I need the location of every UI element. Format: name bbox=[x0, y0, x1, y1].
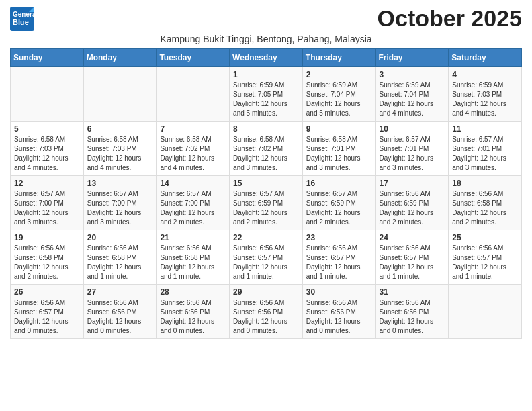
day-info: Sunrise: 6:59 AM Sunset: 7:05 PM Dayligh… bbox=[233, 81, 299, 118]
title-block: October 2025 bbox=[378, 7, 522, 30]
calendar-cell: 26Sunrise: 6:56 AM Sunset: 6:57 PM Dayli… bbox=[11, 285, 84, 339]
calendar-cell: 31Sunrise: 6:56 AM Sunset: 6:56 PM Dayli… bbox=[375, 285, 449, 339]
day-info: Sunrise: 6:56 AM Sunset: 6:56 PM Dayligh… bbox=[233, 298, 299, 336]
day-number: 22 bbox=[233, 233, 299, 242]
day-info: Sunrise: 6:58 AM Sunset: 7:02 PM Dayligh… bbox=[160, 135, 226, 173]
calendar-table: SundayMondayTuesdayWednesdayThursdayFrid… bbox=[10, 48, 522, 339]
calendar-week-row: 19Sunrise: 6:56 AM Sunset: 6:58 PM Dayli… bbox=[11, 230, 522, 285]
day-info: Sunrise: 6:57 AM Sunset: 7:00 PM Dayligh… bbox=[14, 189, 80, 227]
day-number: 15 bbox=[233, 179, 299, 188]
month-title: October 2025 bbox=[378, 7, 522, 30]
day-info: Sunrise: 6:56 AM Sunset: 6:56 PM Dayligh… bbox=[160, 298, 226, 336]
calendar-cell: 25Sunrise: 6:56 AM Sunset: 6:57 PM Dayli… bbox=[449, 230, 522, 285]
day-number: 2 bbox=[306, 70, 372, 79]
logo: General Blue bbox=[10, 7, 34, 31]
svg-text:Blue: Blue bbox=[13, 18, 29, 26]
calendar-cell: 7Sunrise: 6:58 AM Sunset: 7:02 PM Daylig… bbox=[157, 122, 230, 176]
calendar-cell: 20Sunrise: 6:56 AM Sunset: 6:58 PM Dayli… bbox=[83, 230, 157, 285]
calendar-cell: 21Sunrise: 6:56 AM Sunset: 6:58 PM Dayli… bbox=[157, 230, 230, 285]
day-info: Sunrise: 6:56 AM Sunset: 6:56 PM Dayligh… bbox=[306, 298, 372, 336]
day-number: 28 bbox=[160, 287, 226, 297]
day-info: Sunrise: 6:57 AM Sunset: 7:00 PM Dayligh… bbox=[160, 189, 226, 227]
day-info: Sunrise: 6:58 AM Sunset: 7:02 PM Dayligh… bbox=[233, 135, 299, 173]
day-number: 20 bbox=[87, 233, 153, 242]
day-info: Sunrise: 6:56 AM Sunset: 6:58 PM Dayligh… bbox=[14, 244, 80, 281]
calendar-cell: 28Sunrise: 6:56 AM Sunset: 6:56 PM Dayli… bbox=[157, 285, 230, 339]
calendar-cell: 12Sunrise: 6:57 AM Sunset: 7:00 PM Dayli… bbox=[11, 176, 84, 230]
day-info: Sunrise: 6:56 AM Sunset: 6:58 PM Dayligh… bbox=[160, 244, 226, 281]
calendar-cell bbox=[157, 67, 230, 122]
calendar-cell: 9Sunrise: 6:58 AM Sunset: 7:01 PM Daylig… bbox=[302, 122, 375, 176]
day-number: 16 bbox=[306, 179, 372, 188]
day-number: 1 bbox=[233, 70, 299, 79]
day-number: 27 bbox=[87, 287, 153, 297]
calendar-cell: 14Sunrise: 6:57 AM Sunset: 7:00 PM Dayli… bbox=[157, 176, 230, 230]
calendar-cell: 27Sunrise: 6:56 AM Sunset: 6:56 PM Dayli… bbox=[83, 285, 157, 339]
weekday-header: Sunday bbox=[11, 49, 84, 67]
calendar-cell bbox=[449, 285, 522, 339]
day-number: 18 bbox=[452, 179, 518, 188]
weekday-header: Friday bbox=[375, 49, 449, 67]
day-info: Sunrise: 6:59 AM Sunset: 7:03 PM Dayligh… bbox=[452, 81, 518, 118]
day-info: Sunrise: 6:56 AM Sunset: 6:57 PM Dayligh… bbox=[452, 244, 518, 281]
day-info: Sunrise: 6:56 AM Sunset: 6:56 PM Dayligh… bbox=[380, 298, 445, 336]
calendar-cell: 15Sunrise: 6:57 AM Sunset: 6:59 PM Dayli… bbox=[230, 176, 303, 230]
day-number: 9 bbox=[306, 124, 372, 134]
calendar-cell: 10Sunrise: 6:57 AM Sunset: 7:01 PM Dayli… bbox=[375, 122, 449, 176]
calendar-cell: 30Sunrise: 6:56 AM Sunset: 6:56 PM Dayli… bbox=[302, 285, 375, 339]
calendar-cell: 8Sunrise: 6:58 AM Sunset: 7:02 PM Daylig… bbox=[230, 122, 303, 176]
calendar-cell: 1Sunrise: 6:59 AM Sunset: 7:05 PM Daylig… bbox=[230, 67, 303, 122]
day-info: Sunrise: 6:58 AM Sunset: 7:03 PM Dayligh… bbox=[87, 135, 153, 173]
calendar-cell: 4Sunrise: 6:59 AM Sunset: 7:03 PM Daylig… bbox=[449, 67, 522, 122]
day-info: Sunrise: 6:59 AM Sunset: 7:04 PM Dayligh… bbox=[380, 81, 445, 118]
calendar-cell: 2Sunrise: 6:59 AM Sunset: 7:04 PM Daylig… bbox=[302, 67, 375, 122]
day-number: 23 bbox=[306, 233, 372, 242]
calendar-week-row: 5Sunrise: 6:58 AM Sunset: 7:03 PM Daylig… bbox=[11, 122, 522, 176]
calendar-cell bbox=[83, 67, 157, 122]
day-number: 21 bbox=[160, 233, 226, 242]
day-number: 8 bbox=[233, 124, 299, 134]
day-number: 5 bbox=[14, 124, 80, 134]
day-number: 30 bbox=[306, 287, 372, 297]
day-number: 19 bbox=[14, 233, 80, 242]
calendar-cell: 3Sunrise: 6:59 AM Sunset: 7:04 PM Daylig… bbox=[375, 67, 449, 122]
weekday-header: Saturday bbox=[449, 49, 522, 67]
day-number: 7 bbox=[160, 124, 226, 134]
calendar-cell: 19Sunrise: 6:56 AM Sunset: 6:58 PM Dayli… bbox=[11, 230, 84, 285]
day-info: Sunrise: 6:58 AM Sunset: 7:03 PM Dayligh… bbox=[14, 135, 80, 173]
calendar-cell: 23Sunrise: 6:56 AM Sunset: 6:57 PM Dayli… bbox=[302, 230, 375, 285]
calendar-cell: 5Sunrise: 6:58 AM Sunset: 7:03 PM Daylig… bbox=[11, 122, 84, 176]
weekday-header: Wednesday bbox=[230, 49, 303, 67]
day-number: 25 bbox=[452, 233, 518, 242]
day-info: Sunrise: 6:56 AM Sunset: 6:57 PM Dayligh… bbox=[306, 244, 372, 281]
day-number: 29 bbox=[233, 287, 299, 297]
calendar-week-row: 26Sunrise: 6:56 AM Sunset: 6:57 PM Dayli… bbox=[11, 285, 522, 339]
day-number: 10 bbox=[380, 124, 445, 134]
day-number: 11 bbox=[452, 124, 518, 134]
day-number: 26 bbox=[14, 287, 80, 297]
day-info: Sunrise: 6:59 AM Sunset: 7:04 PM Dayligh… bbox=[306, 81, 372, 118]
day-info: Sunrise: 6:56 AM Sunset: 6:56 PM Dayligh… bbox=[87, 298, 153, 336]
calendar-cell: 16Sunrise: 6:57 AM Sunset: 6:59 PM Dayli… bbox=[302, 176, 375, 230]
calendar-cell: 11Sunrise: 6:57 AM Sunset: 7:01 PM Dayli… bbox=[449, 122, 522, 176]
day-info: Sunrise: 6:57 AM Sunset: 7:00 PM Dayligh… bbox=[87, 189, 153, 227]
weekday-header: Tuesday bbox=[157, 49, 230, 67]
day-info: Sunrise: 6:56 AM Sunset: 6:57 PM Dayligh… bbox=[233, 244, 299, 281]
calendar-cell bbox=[11, 67, 84, 122]
day-info: Sunrise: 6:56 AM Sunset: 6:57 PM Dayligh… bbox=[14, 298, 80, 336]
calendar-week-row: 12Sunrise: 6:57 AM Sunset: 7:00 PM Dayli… bbox=[11, 176, 522, 230]
location-subtitle: Kampung Bukit Tinggi, Bentong, Pahang, M… bbox=[10, 34, 522, 44]
logo-icon: General Blue bbox=[10, 7, 34, 31]
calendar-cell: 6Sunrise: 6:58 AM Sunset: 7:03 PM Daylig… bbox=[83, 122, 157, 176]
day-info: Sunrise: 6:57 AM Sunset: 7:01 PM Dayligh… bbox=[380, 135, 445, 173]
day-number: 3 bbox=[380, 70, 445, 79]
header: General Blue October 2025 bbox=[10, 7, 522, 31]
day-info: Sunrise: 6:57 AM Sunset: 7:01 PM Dayligh… bbox=[452, 135, 518, 173]
day-number: 17 bbox=[380, 179, 445, 188]
day-number: 4 bbox=[452, 70, 518, 79]
day-info: Sunrise: 6:56 AM Sunset: 6:58 PM Dayligh… bbox=[87, 244, 153, 281]
calendar-week-row: 1Sunrise: 6:59 AM Sunset: 7:05 PM Daylig… bbox=[11, 67, 522, 122]
calendar-cell: 18Sunrise: 6:56 AM Sunset: 6:58 PM Dayli… bbox=[449, 176, 522, 230]
day-number: 13 bbox=[87, 179, 153, 188]
day-info: Sunrise: 6:56 AM Sunset: 6:58 PM Dayligh… bbox=[452, 189, 518, 227]
